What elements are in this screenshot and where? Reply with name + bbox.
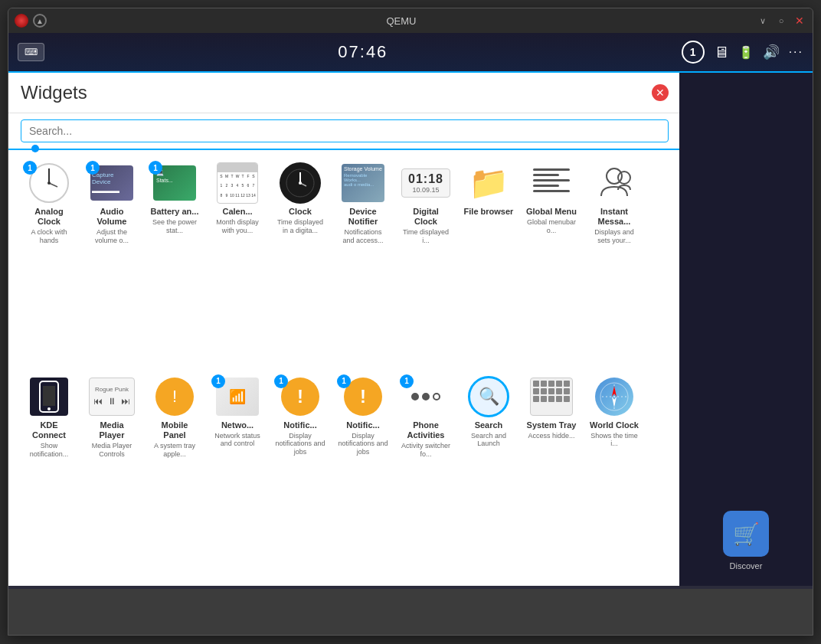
battery-indicator[interactable]: 🔋 (738, 45, 754, 60)
device-notifier-icon-wrapper: Storage Volume Removable Works... audi o… (339, 162, 388, 204)
widget-file-browser[interactable]: 📁 File browser (460, 158, 517, 365)
widget-name: Global Menu (526, 207, 577, 217)
svg-rect-11 (43, 386, 55, 406)
notifications-1-icon-wrapper: 1 ! (276, 376, 325, 417)
notifications-2-icon-wrapper: 1 ! (339, 376, 388, 417)
search-dot (31, 145, 39, 152)
keyboard-icon: ⌨ (25, 47, 38, 57)
widget-search[interactable]: 🔍 Search Search and Launch (460, 371, 517, 579)
maximize-button[interactable]: ○ (774, 14, 788, 28)
widget-desc: Time displayed i... (401, 228, 451, 245)
widget-name: Phone Activities (401, 420, 451, 440)
media-player-icon-wrapper: Rogue Punk ⏮⏸⏭ (87, 376, 136, 417)
widget-analog-clock[interactable]: 1 Analog Clock A clock with hands (21, 158, 77, 365)
search-icon-wrapper: 🔍 (464, 376, 513, 417)
widget-name: File browser (464, 207, 514, 217)
discover-icon: 🛒 (723, 511, 769, 557)
device-notifier-icon: Storage Volume Removable Works... audi o… (342, 164, 384, 202)
widget-network[interactable]: 1 📶 Netwo... Network status and control (209, 371, 266, 579)
main-area: Widgets ✕ 1 (8, 73, 813, 549)
widget-name: Media Player (87, 420, 137, 440)
mobile-panel-icon: ! (155, 378, 194, 416)
discover-item[interactable]: 🛒 Discover (723, 511, 769, 570)
widgets-close-button[interactable]: ✕ (652, 84, 669, 101)
instant-messaging-icon-wrapper (590, 162, 639, 204)
world-clock-icon-wrapper (590, 376, 639, 417)
widget-notifications-1[interactable]: 1 ! Notific... Display notifications and… (272, 371, 329, 579)
window-controls: ∨ ○ ✕ (756, 14, 806, 28)
notifications-1-badge: 1 (274, 374, 288, 388)
widget-kde-connect[interactable]: KDE Connect Show notification... (21, 371, 77, 579)
system-tray-icon-wrapper (527, 376, 576, 417)
widget-desc: Show notification... (24, 442, 74, 459)
widget-calendar[interactable]: SMTWTFS 1234567 891011121314 Calen... Mo… (209, 158, 266, 365)
widget-name: System Tray (527, 420, 577, 430)
search-input[interactable] (21, 119, 669, 142)
phone-icon (34, 380, 64, 414)
widget-system-tray[interactable]: System Tray Access hidde... (523, 371, 580, 579)
svg-point-9 (618, 172, 630, 184)
widget-notifications-2[interactable]: 1 ! Notific... Display notifications and… (335, 371, 391, 579)
battery-badge: 1 (149, 161, 162, 175)
widget-desc: Notifications and access... (338, 228, 388, 245)
widget-audio-volume[interactable]: 1 Capture Device ▬▬▬▬ Audio Volume Adjus… (83, 158, 140, 365)
widgets-search-area (8, 113, 681, 150)
widget-desc: A system tray apple... (149, 442, 200, 459)
widget-name: Instant Messa... (589, 207, 639, 227)
panel-right-controls: 1 🖥 🔋 🔊 ··· (682, 41, 803, 64)
widget-name: Notific... (346, 420, 379, 430)
activity-indicator[interactable]: 1 (682, 41, 705, 64)
widget-desc: Month display with you... (212, 218, 263, 235)
widget-name: Netwo... (221, 420, 253, 430)
widget-name: Notific... (283, 420, 316, 430)
widget-media-player[interactable]: Rogue Punk ⏮⏸⏭ Media Player Media Player… (83, 371, 140, 579)
widget-name: World Clock (590, 420, 639, 430)
widget-device-notifier[interactable]: Storage Volume Removable Works... audi o… (335, 158, 391, 365)
widget-mobile-panel[interactable]: ! Mobile Panel A system tray apple... (146, 371, 203, 579)
widget-world-clock[interactable]: World Clock Shows the time i... (586, 371, 643, 579)
widget-desc: Access hidde... (528, 432, 574, 440)
right-sidebar: 🛒 Discover (679, 73, 813, 586)
compass-icon (599, 381, 630, 412)
widget-name: Battery an... (151, 207, 199, 217)
widget-battery[interactable]: 1 💻 Stats... Battery an... See the power… (146, 158, 203, 365)
more-options-button[interactable]: ··· (789, 45, 803, 59)
widgets-panel: Widgets ✕ 1 (8, 73, 681, 586)
media-player-icon: Rogue Punk ⏮⏸⏭ (89, 378, 135, 416)
widget-desc: Display notifications and jobs (338, 432, 388, 456)
widget-desc: Displays and sets your... (589, 228, 639, 245)
notifications-2-badge: 1 (337, 374, 351, 388)
widget-desc: Shows the time i... (589, 432, 639, 449)
calendar-icon-wrapper: SMTWTFS 1234567 891011121314 (213, 162, 262, 204)
world-clock-icon (595, 378, 633, 416)
app-icon (15, 14, 28, 28)
widget-instant-messaging[interactable]: Instant Messa... Displays and sets your.… (586, 158, 643, 365)
global-menu-icon (530, 165, 573, 201)
system-tray-icon (530, 378, 573, 416)
widget-phone-activities[interactable]: 1 Phone Activities Activity switcher fo.… (397, 371, 454, 579)
svg-point-7 (299, 181, 302, 185)
keyboard-button[interactable]: ⌨ (18, 43, 44, 61)
widget-digital-clock[interactable]: 01:18 10.09.15 Digital Clock Time displa… (397, 158, 454, 365)
file-browser-icon-wrapper: 📁 (464, 162, 513, 204)
widget-name: Device Notifier (338, 207, 388, 227)
clock-icon (280, 162, 321, 204)
audio-volume-badge: 1 (86, 161, 100, 175)
widgets-grid: 1 Analog Clock A clock with hands (8, 150, 681, 586)
widget-clock[interactable]: Clock Time displayed in a digita... (272, 158, 329, 365)
widget-name: Clock (289, 207, 312, 217)
minimize-button[interactable]: ∨ (756, 14, 770, 28)
instant-messaging-icon (594, 164, 635, 202)
clock-face (285, 168, 316, 198)
top-panel: ⌨ 07:46 1 🖥 🔋 🔊 ··· (8, 33, 813, 73)
up-button[interactable]: ▲ (33, 14, 47, 28)
widget-global-menu[interactable]: Global Menu Global menubar o... (523, 158, 580, 365)
widget-desc: Activity switcher fo... (401, 442, 451, 459)
close-button[interactable]: ✕ (793, 14, 806, 28)
widget-name: Mobile Panel (149, 420, 200, 440)
monitor-icon[interactable]: 🖥 (714, 44, 729, 61)
volume-icon[interactable]: 🔊 (763, 44, 780, 60)
title-bar: ▲ QEMU ∨ ○ ✕ (8, 8, 813, 33)
widgets-header: Widgets ✕ (8, 73, 681, 113)
svg-point-12 (47, 407, 51, 410)
